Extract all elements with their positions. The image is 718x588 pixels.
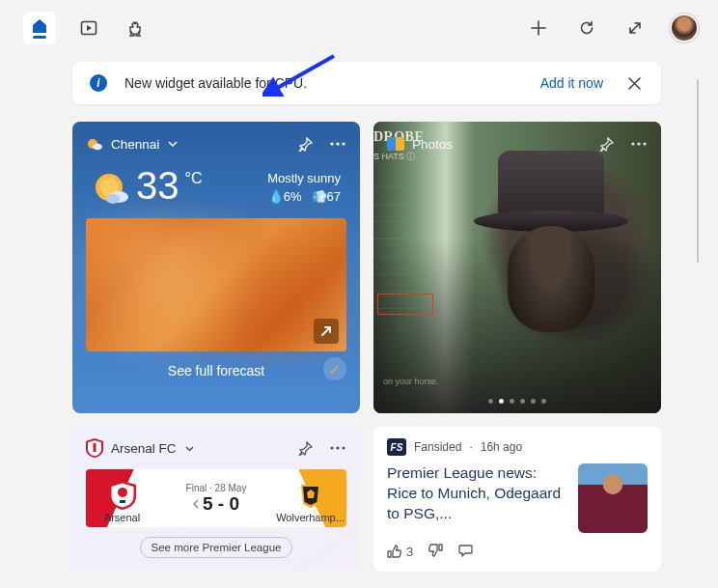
dislike-button[interactable] [428, 543, 443, 560]
weather-header: Chennai [86, 135, 346, 153]
svg-point-13 [643, 142, 646, 145]
widgets-content: i New widget available for CPU. Add it n… [0, 52, 718, 588]
svg-point-17 [342, 446, 345, 449]
news-source: Fansided [414, 440, 461, 454]
sports-widget[interactable]: Arsenal FC Arsenal [72, 427, 360, 572]
home-icon [31, 18, 48, 34]
add-it-now-link[interactable]: Add it now [540, 75, 603, 91]
thumbs-down-icon [428, 543, 443, 557]
news-widget[interactable]: FS Fansided · 16h ago Premier League new… [373, 427, 661, 572]
weather-brand-icon [86, 135, 103, 153]
sports-pin-button[interactable] [296, 439, 314, 457]
expand-arrow-icon [319, 324, 333, 338]
match-score: 5 - 0 [193, 493, 239, 515]
news-body: Premier League news: Rice to Munich, Ode… [387, 463, 648, 533]
photos-pagination[interactable] [488, 399, 546, 404]
weather-details: Mostly sunny 💧6% 💨67 [267, 171, 341, 204]
edit-button[interactable] [323, 357, 346, 380]
sports-header: Arsenal FC [86, 438, 346, 458]
weather-map[interactable] [86, 218, 346, 351]
watch-tab[interactable] [75, 14, 102, 42]
weather-footer: See full forecast [86, 363, 346, 378]
weather-stats: 💧6% 💨67 [267, 189, 341, 204]
photos-widget[interactable]: DROBE S HATS ⓘ on your horse. Photos [373, 122, 661, 413]
sports-team-picker[interactable]: Arsenal FC [86, 438, 195, 458]
svg-point-4 [330, 142, 333, 145]
sports-team-name: Arsenal FC [111, 441, 177, 456]
home-team-name: Arsenal [104, 512, 140, 523]
weather-temp-group: 33 °C [92, 166, 202, 209]
sun-cloud-icon [92, 170, 130, 209]
more-icon [330, 446, 345, 450]
weather-more-button[interactable] [329, 135, 346, 153]
news-dot: · [469, 440, 472, 454]
weather-widget[interactable]: Chennai 33 °C [72, 122, 360, 413]
svg-point-11 [631, 142, 634, 145]
weather-pin-button[interactable] [296, 135, 314, 153]
photo-subject [451, 151, 651, 375]
temperature-value: 33 [136, 166, 180, 205]
chess-icon [125, 18, 145, 38]
chevron-down-icon [167, 138, 179, 150]
user-avatar[interactable] [670, 14, 699, 42]
photo-caption: on your horse. [383, 377, 439, 386]
refresh-button[interactable] [573, 14, 600, 42]
topbar-right-group [525, 14, 699, 42]
cpu-widget-notice: i New widget available for CPU. Add it n… [72, 62, 661, 104]
svg-point-16 [336, 446, 339, 449]
beard-shape [508, 226, 594, 332]
see-more-league-button[interactable]: See more Premier League [140, 537, 292, 558]
sports-more-button[interactable] [329, 439, 346, 457]
arsenal-crest-icon [86, 438, 103, 458]
topbar-left-group [23, 12, 149, 44]
svg-point-12 [637, 142, 640, 145]
weather-header-actions [296, 135, 346, 153]
add-widget-button[interactable] [525, 14, 552, 42]
comment-button[interactable] [458, 543, 473, 560]
news-source-icon: FS [387, 438, 406, 456]
sports-header-actions [296, 439, 346, 457]
pin-icon [599, 137, 614, 152]
photos-header-actions [597, 135, 648, 153]
weather-condition: Mostly sunny [267, 171, 341, 185]
away-crest-icon [297, 481, 324, 510]
home-crest-icon [109, 481, 136, 510]
news-header: FS Fansided · 16h ago [387, 438, 648, 456]
like-button[interactable]: 3 [387, 545, 413, 559]
home-tab[interactable] [23, 12, 56, 44]
pin-icon [298, 137, 313, 152]
widgets-grid: Chennai 33 °C [72, 122, 661, 572]
home-active-underline [33, 36, 46, 39]
see-full-forecast-link[interactable]: See full forecast [168, 363, 264, 378]
news-title[interactable]: Premier League news: Rice to Munich, Ode… [387, 463, 566, 533]
thumbs-up-icon [387, 545, 401, 559]
away-team: Wolverhamp... [274, 469, 346, 527]
expand-icon [627, 20, 643, 36]
map-expand-button[interactable] [314, 319, 339, 344]
weather-location-picker[interactable]: Chennai [86, 135, 179, 153]
away-team-name: Wolverhamp... [276, 512, 345, 523]
pin-icon [298, 441, 313, 456]
svg-point-18 [118, 488, 127, 497]
notice-close-button[interactable] [624, 73, 644, 93]
photos-pin-button[interactable] [597, 135, 615, 153]
match-result[interactable]: Arsenal Final · 28 May 5 - 0 Wolverhamp.… [86, 469, 346, 527]
expand-button[interactable] [621, 14, 649, 42]
photos-title-group[interactable]: Photos [373, 137, 453, 152]
news-thumbnail[interactable] [578, 463, 648, 533]
play-tab[interactable] [122, 14, 149, 42]
news-actions: 3 [387, 543, 648, 560]
close-icon [628, 77, 641, 90]
notice-text: New widget available for CPU. [124, 75, 523, 91]
refresh-icon [579, 20, 594, 36]
temperature-unit: °C [185, 170, 203, 187]
photos-header: Photos [373, 135, 648, 153]
chevron-left-icon [193, 499, 200, 509]
score-center: Final · 28 May 5 - 0 [158, 469, 274, 527]
photos-more-button[interactable] [630, 135, 648, 153]
svg-point-10 [106, 194, 120, 204]
weather-main: 33 °C Mostly sunny 💧6% 💨67 [86, 166, 346, 209]
play-icon [80, 19, 97, 37]
svg-point-5 [336, 142, 339, 145]
svg-rect-14 [94, 443, 97, 452]
